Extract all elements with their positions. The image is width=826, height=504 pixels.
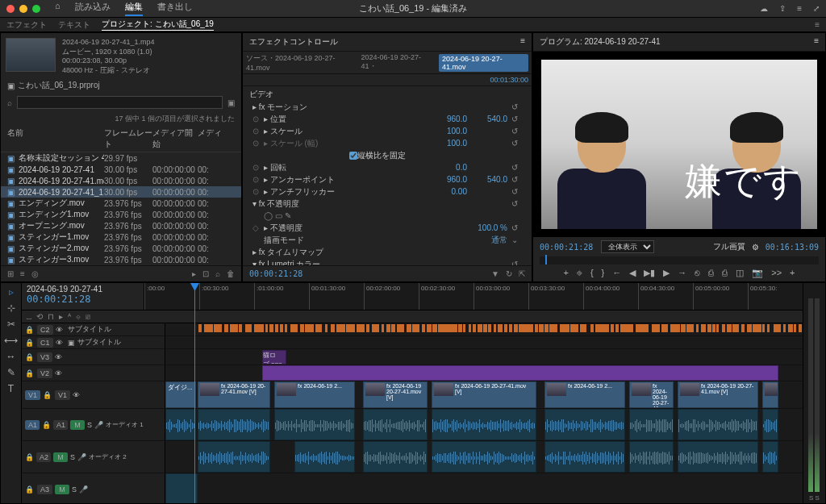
time-remap[interactable]: ▸ fx タイムリマップ xyxy=(243,246,532,258)
video-clip[interactable]: fx 2024-06-19 2... xyxy=(544,381,625,408)
lane-v3[interactable]: 猫ロゴ.png xyxy=(165,349,803,365)
tl-option-6[interactable]: ⎚ xyxy=(86,312,90,321)
settings-icon[interactable]: ⚙ xyxy=(752,243,759,252)
panel-menu-icon[interactable]: ≡ xyxy=(814,36,819,45)
transport-btn-2[interactable]: { xyxy=(590,268,594,278)
lumetri-effect[interactable]: ▾ fx Lumetri カラー↺ xyxy=(243,258,532,265)
tool-6[interactable]: T xyxy=(8,383,14,394)
transport-btn-9[interactable]: ⎋ xyxy=(695,268,700,278)
audio-clip[interactable] xyxy=(629,441,674,473)
audio-clip[interactable] xyxy=(432,441,536,473)
tab-text[interactable]: テキスト xyxy=(58,19,90,31)
nav-edit[interactable]: 編集 xyxy=(125,1,143,16)
effect-property[interactable]: ⊙▸ 回転0.0↺ xyxy=(243,161,532,173)
tool-3[interactable]: ⟷ xyxy=(4,335,18,346)
audio-track-a3[interactable]: 🔒A3MS🎤 xyxy=(22,473,165,503)
tl-option-1[interactable]: ⟲ xyxy=(36,312,43,321)
col-name[interactable]: 名前 xyxy=(7,127,104,150)
opacity-effect[interactable]: ▾ fx 不透明度↺ xyxy=(243,198,532,210)
meter-solo[interactable]: S S xyxy=(803,494,825,502)
audio-track-a2[interactable]: 🔒A2MS🎤オーディオ 2 xyxy=(22,441,165,473)
time-ruler[interactable]: :00:00:00:30:00:01:00:0000:01:30:0000:02… xyxy=(144,283,803,310)
filter-icon[interactable]: ▼ xyxy=(491,269,499,278)
video-clip[interactable]: fx 2024-06-19 2... xyxy=(274,381,355,408)
opacity-masks[interactable]: ◯ ▭ ✎ xyxy=(243,210,532,222)
freeform-view-icon[interactable]: ◎ xyxy=(31,269,39,278)
share-icon[interactable]: ⇪ xyxy=(779,4,786,13)
audio-clip[interactable] xyxy=(198,441,270,473)
home-icon[interactable]: ⌂ xyxy=(55,1,60,16)
audio-clip[interactable] xyxy=(274,409,355,440)
col-media-start[interactable]: メディア開始 xyxy=(152,127,198,150)
transport-btn-15[interactable]: + xyxy=(790,268,795,278)
scrubber-playhead[interactable] xyxy=(545,255,547,264)
transport-btn-5[interactable]: ◀ xyxy=(629,268,636,278)
subtitle-track-c2[interactable]: 🔒C2👁サブタイトル xyxy=(22,323,165,336)
asset-row[interactable]: ▣2024-06-19 20-27-4130.00 fps00:00:00:00… xyxy=(1,164,241,175)
asset-row[interactable]: ▣エンディング1.mov23.976 fps00:00:00:0000: xyxy=(1,209,241,220)
audio-track-a1[interactable]: A1🔒A1MS🎤オーディオ 1 xyxy=(22,409,165,441)
lane-v2[interactable] xyxy=(165,365,803,381)
quality-select[interactable]: フル画質 xyxy=(713,241,745,252)
cloud-icon[interactable]: ☁ xyxy=(760,4,768,13)
audio-clip[interactable] xyxy=(678,441,758,473)
subtitle-track-c1[interactable]: 🔒C1👁▣サブタイトル xyxy=(22,336,165,349)
project-file-row[interactable]: ▣ こわい話_06_19.prproj xyxy=(1,78,241,93)
source-clip-active[interactable]: 2024-06-19 20-27-41.mov xyxy=(439,54,528,72)
zoom-select[interactable]: 全体表示 xyxy=(601,240,654,253)
lane-c1[interactable] xyxy=(165,336,803,349)
tool-1[interactable]: ⊹ xyxy=(7,302,15,314)
audio-clip[interactable] xyxy=(629,409,674,440)
trash-icon[interactable]: 🗑 xyxy=(227,269,235,278)
audio-clip[interactable] xyxy=(165,409,196,440)
clip-logo[interactable]: 猫ロゴ.png xyxy=(262,350,286,364)
effect-property[interactable]: ⊙▸ アンチフリッカー0.00↺ xyxy=(243,185,532,198)
program-scrubber[interactable] xyxy=(540,256,819,264)
transport-btn-11[interactable]: ⎙ xyxy=(722,268,728,278)
lane-a1[interactable] xyxy=(165,409,803,441)
tl-option-2[interactable]: ⊓ xyxy=(48,312,54,321)
output-icon[interactable]: ⇱ xyxy=(519,269,525,278)
new-item-icon[interactable]: ⊡ xyxy=(202,269,209,278)
video-clip[interactable]: fx 2024-06-19 20-27-41.mov [V] xyxy=(432,381,536,408)
tool-4[interactable]: ↔ xyxy=(6,351,16,362)
nav-export[interactable]: 書き出し xyxy=(157,1,193,16)
effect-property[interactable]: ⊙▸ スケール (幅)100.0↺ xyxy=(243,137,532,149)
opacity-value[interactable]: ◇▸ 不透明度100.0 %↺ xyxy=(243,222,532,234)
maximize-window[interactable] xyxy=(32,5,40,13)
search-input[interactable] xyxy=(17,96,223,109)
asset-row[interactable]: ▣名称未設定セッション 4[AU29.97 fps xyxy=(1,152,241,164)
audio-clip[interactable] xyxy=(544,441,625,473)
clip-thumbnail[interactable] xyxy=(6,38,56,72)
program-monitor[interactable]: 嫌です xyxy=(533,52,825,237)
new-bin-icon[interactable]: ▸ xyxy=(192,269,196,278)
reset-icon[interactable]: ↻ xyxy=(506,269,512,278)
asset-row[interactable]: ▣エンディング.mov23.976 fps00:00:00:0000: xyxy=(1,198,241,209)
tl-option-0[interactable]: ⎵ xyxy=(27,312,31,321)
audio-clip[interactable] xyxy=(762,409,778,440)
video-clip[interactable]: fx 2024-06-19 20-27-41.mov [V] xyxy=(198,381,270,408)
minimize-window[interactable] xyxy=(19,5,27,13)
clip-a3[interactable] xyxy=(165,473,198,503)
audio-clip[interactable] xyxy=(363,409,428,440)
video-track-v1[interactable]: V1🔒V1👁 xyxy=(22,381,165,409)
fullscreen-icon[interactable]: ⤢ xyxy=(813,4,820,13)
audio-clip[interactable] xyxy=(363,441,428,473)
asset-row[interactable]: ▣スティンガー3.mov23.976 fps00:00:00:0000: xyxy=(1,254,241,265)
video-clip[interactable]: fx 2024-06-19 2... xyxy=(762,381,778,408)
close-window[interactable] xyxy=(6,5,15,13)
panel-menu-icon[interactable]: ≡ xyxy=(520,36,525,45)
tab-effects[interactable]: エフェクト xyxy=(6,19,47,31)
video-track-v2[interactable]: 🔒V2👁 xyxy=(22,365,165,381)
tab-project[interactable]: プロジェクト: こわい話_06_19 xyxy=(102,19,214,31)
transport-btn-8[interactable]: → xyxy=(678,268,686,278)
tl-option-3[interactable]: ▸ xyxy=(59,312,63,321)
audio-clip[interactable] xyxy=(762,441,778,473)
col-framerate[interactable]: フレームレート xyxy=(104,127,152,150)
nav-import[interactable]: 読み込み xyxy=(75,1,111,16)
video-clip[interactable]: fx 2024-06-19 20-27-41.mov [V] xyxy=(629,381,674,408)
find-icon[interactable]: ⌕ xyxy=(215,269,220,278)
lane-v1[interactable]: ダイジ... fx 2024-06-19 20-27-41.mov [V]fx … xyxy=(165,381,803,409)
transport-btn-14[interactable]: >> xyxy=(771,268,782,278)
clip-v2-purple[interactable] xyxy=(262,365,778,381)
